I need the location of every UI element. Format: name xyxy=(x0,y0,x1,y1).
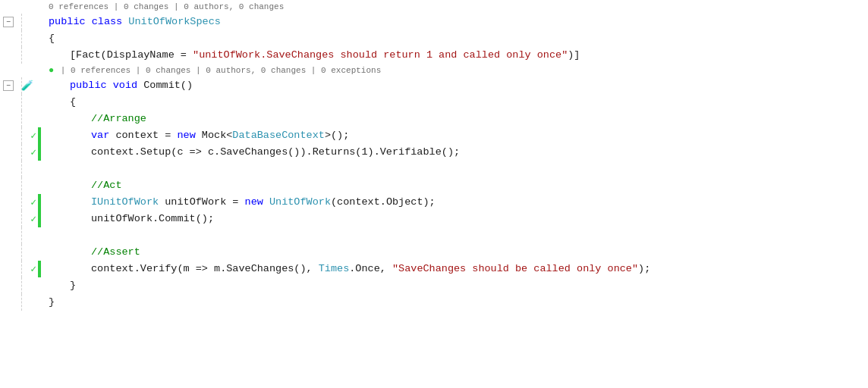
indent-guide xyxy=(21,194,22,211)
code-line: //Arrange xyxy=(49,111,868,127)
token-plain: } xyxy=(70,280,76,291)
token-plain xyxy=(86,16,92,27)
token-plain: } xyxy=(49,296,55,308)
code-line: //Act xyxy=(49,177,868,194)
code-line: public void Commit() xyxy=(49,77,868,94)
code-tokens: [Fact(DisplayName = "unitOfWork.SaveChan… xyxy=(70,47,580,64)
code-line: context.Verify(m => m.SaveChanges(), Tim… xyxy=(49,261,868,277)
token-plain: context = xyxy=(109,130,177,141)
token-comment: //Assert xyxy=(91,246,140,258)
token-plain: Mock< xyxy=(196,130,233,141)
token-plain: ( xyxy=(101,49,107,61)
indent-guide xyxy=(21,127,22,144)
coverage-bar xyxy=(38,127,41,144)
code-line: var context = new Mock<DataBaseContext>(… xyxy=(49,127,868,144)
check-icon: ✓ xyxy=(30,196,36,208)
token-plain: >(); xyxy=(325,130,349,141)
meta-info-line: 0 references | 0 changes | 0 authors, 0 … xyxy=(49,0,868,14)
code-line: public class UnitOfWorkSpecs xyxy=(49,14,868,30)
token-kw: void xyxy=(113,80,137,91)
token-plain: unitOfWork = xyxy=(159,196,244,208)
token-plain: .Once, xyxy=(349,263,392,274)
indent-guide xyxy=(21,14,22,30)
token-plain: Commit() xyxy=(137,80,193,91)
check-icon: ✓ xyxy=(30,213,36,225)
token-plain xyxy=(107,80,113,91)
gutter-code-row: ✓ xyxy=(0,194,46,211)
token-plain: { xyxy=(49,33,55,44)
gutter-code-row xyxy=(0,111,46,127)
gutter-code-row xyxy=(0,161,46,177)
indent-guide xyxy=(21,294,22,311)
gutter-code-row xyxy=(0,227,46,244)
token-type: DataBaseContext xyxy=(232,130,325,141)
code-tokens: IUnitOfWork unitOfWork = new UnitOfWork(… xyxy=(91,194,436,211)
token-kw: var xyxy=(91,130,109,141)
gutter-code-row xyxy=(0,177,46,194)
indent-guide xyxy=(21,177,22,194)
token-string: "SaveChanges should be called only once" xyxy=(392,263,638,274)
meta-with-icon-line: ● | 0 references | 0 changes | 0 authors… xyxy=(49,64,868,77)
token-kw: public xyxy=(70,80,107,91)
token-plain: = xyxy=(175,49,193,61)
code-area: 0 references | 0 changes | 0 authors, 0 … xyxy=(46,0,868,388)
indent-guide xyxy=(21,30,22,47)
gutter-code-row xyxy=(0,47,46,64)
code-line: unitOfWork.Commit(); xyxy=(49,211,868,227)
indent-guide xyxy=(21,144,22,161)
token-type: Times xyxy=(319,263,350,274)
indent-guide xyxy=(21,261,22,277)
gutter-code-row xyxy=(0,277,46,294)
code-tokens: { xyxy=(49,30,55,47)
gutter-meta-row xyxy=(0,0,46,14)
flask-icon: 🧪 xyxy=(21,80,33,92)
code-line: { xyxy=(49,30,868,47)
check-icon: ✓ xyxy=(30,263,36,275)
token-kw: new xyxy=(245,196,263,208)
gutter-code-row xyxy=(0,244,46,261)
code-tokens: context.Verify(m => m.SaveChanges(), Tim… xyxy=(91,261,650,277)
indent-guide xyxy=(21,277,22,294)
code-tokens: } xyxy=(70,277,76,294)
token-plain: context.Setup(c => c.SaveChanges()).Retu… xyxy=(91,146,460,158)
code-line: context.Setup(c => c.SaveChanges()).Retu… xyxy=(49,144,868,161)
indent-guide xyxy=(21,94,22,111)
code-tokens: public class UnitOfWorkSpecs xyxy=(49,14,221,30)
gutter-code-row: ✓ xyxy=(0,144,46,161)
code-tokens: //Act xyxy=(91,177,122,194)
indent-guide xyxy=(21,227,22,244)
gutter-code-row: ✓ xyxy=(0,211,46,227)
token-type: UnitOfWorkSpecs xyxy=(128,16,221,27)
code-tokens: context.Setup(c => c.SaveChanges()).Retu… xyxy=(91,144,460,161)
coverage-bar xyxy=(38,194,41,211)
gutter-code-row: −🧪 xyxy=(0,77,46,94)
token-kw: public xyxy=(49,16,86,27)
indent-guide xyxy=(21,111,22,127)
collapse-button[interactable]: − xyxy=(3,80,14,91)
token-kw: class xyxy=(92,16,123,27)
code-tokens: var context = new Mock<DataBaseContext>(… xyxy=(91,127,349,144)
token-plain: DisplayName xyxy=(107,49,175,61)
token-type: UnitOfWork xyxy=(269,196,331,208)
code-line xyxy=(49,161,868,177)
indent-guide xyxy=(21,244,22,261)
gutter-meta-row xyxy=(0,64,46,77)
token-comment: //Arrange xyxy=(91,113,146,124)
token-comment: //Act xyxy=(91,180,122,191)
code-tokens: //Assert xyxy=(91,244,140,261)
token-plain: (context.Object); xyxy=(331,196,436,208)
token-plain: ); xyxy=(638,263,650,274)
code-tokens: } xyxy=(49,294,55,311)
indent-guide xyxy=(21,47,22,64)
collapse-button[interactable]: − xyxy=(3,17,14,27)
token-string: "unitOfWork.SaveChanges should return 1 … xyxy=(193,49,568,61)
token-interface: IUnitOfWork xyxy=(91,196,159,208)
green-dot-icon: ● xyxy=(49,64,54,77)
code-line: } xyxy=(49,294,868,311)
code-editor: −−🧪✓✓✓✓✓ 0 references | 0 changes | 0 au… xyxy=(0,0,868,388)
token-plain: context.Verify(m => m.SaveChanges(), xyxy=(91,263,319,274)
token-plain: [ xyxy=(70,49,76,61)
code-line: } xyxy=(49,277,868,294)
indent-guide xyxy=(21,211,22,227)
code-line: { xyxy=(49,94,868,111)
